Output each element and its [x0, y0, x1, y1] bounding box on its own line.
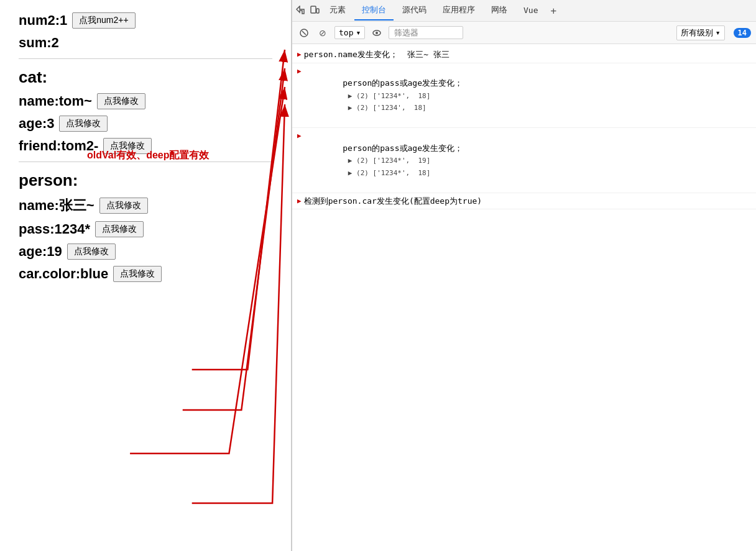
person-pass-button[interactable]: 点我修改 — [95, 221, 144, 237]
console-line-1: ▶ person.name发生变化； 张三~ 张三 — [292, 47, 756, 63]
cat-name-row: name:tom~ 点我修改 — [19, 93, 272, 109]
num2-label: num2:1 — [19, 12, 67, 29]
line4-text: 检测到person.car发生变化(配置deep为true) — [304, 195, 751, 207]
cat-age-label: age:3 — [19, 116, 54, 132]
person-pass-label: pass:1234* — [19, 221, 90, 237]
svg-rect-2 — [316, 9, 319, 13]
tab-network[interactable]: 网络 — [484, 1, 515, 20]
svg-rect-1 — [311, 6, 316, 13]
console-line-2: ▶ person的pass或age发生变化； ▶ (2) ['1234*', 1… — [292, 63, 756, 129]
line2-expand1[interactable]: ▶ (2) ['1234*', 18] — [344, 92, 435, 100]
tab-application[interactable]: 应用程序 — [435, 1, 482, 20]
devtools-tab-bar: 元素 控制台 源代码 应用程序 网络 Vue + — [292, 0, 756, 22]
svg-line-4 — [302, 31, 306, 35]
line3-indicator: ▶ — [297, 131, 302, 142]
sum-label: sum:2 — [19, 35, 59, 51]
inspect-icon[interactable] — [295, 4, 307, 17]
num2-row: num2:1 点我num2++ — [19, 12, 272, 29]
line3-expand2[interactable]: ▶ (2) ['1234*', 18] — [344, 169, 430, 177]
right-panel: 元素 控制台 源代码 应用程序 网络 Vue + ⊘ top ▾ — [292, 0, 756, 551]
divider-1 — [19, 58, 272, 59]
person-name-button[interactable]: 点我修改 — [99, 198, 148, 214]
cat-name-button[interactable]: 点我修改 — [97, 93, 145, 109]
annotation-text: oldVal有效、deep配置有效 — [87, 149, 209, 162]
num2-button[interactable]: 点我num2++ — [72, 12, 135, 29]
level-chevron-icon: ▾ — [716, 28, 721, 37]
context-selector[interactable]: top ▾ — [334, 26, 365, 39]
line3-text: person的pass或age发生变化； ▶ (2) ['1234*', 19]… — [304, 130, 751, 191]
block-icon[interactable]: ⊘ — [316, 26, 330, 40]
person-name-row: name:张三~ 点我修改 — [19, 196, 272, 215]
person-header: person: — [19, 171, 272, 190]
clear-console-button[interactable] — [297, 26, 311, 40]
context-label: top — [339, 28, 353, 37]
left-panel: num2:1 点我num2++ sum:2 cat: name:tom~ 点我修… — [0, 0, 292, 551]
tab-elements[interactable]: 元素 — [322, 1, 353, 20]
person-car-row: car.color:blue 点我修改 — [19, 266, 272, 282]
person-age-label: age:19 — [19, 244, 62, 260]
device-icon[interactable] — [308, 4, 321, 17]
line2-prefix: person的pass或age发生变化； — [343, 78, 463, 88]
person-car-label: car.color:blue — [19, 266, 108, 282]
level-selector[interactable]: 所有级别 ▾ — [676, 25, 725, 40]
cat-age-row: age:3 点我修改 — [19, 116, 272, 132]
svg-point-6 — [376, 32, 378, 34]
console-content: ▶ person.name发生变化； 张三~ 张三 ▶ person的pass或… — [292, 44, 756, 551]
console-line-3: ▶ person的pass或age发生变化； ▶ (2) ['1234*', 1… — [292, 128, 756, 193]
tab-add-icon[interactable]: + — [546, 5, 560, 17]
line4-indicator: ▶ — [297, 196, 302, 207]
line2-text: person的pass或age发生变化； ▶ (2) ['1234*', 18]… — [304, 65, 751, 126]
person-pass-row: pass:1234* 点我修改 — [19, 221, 272, 237]
tab-console[interactable]: 控制台 — [354, 1, 394, 20]
cat-age-button[interactable]: 点我修改 — [59, 116, 108, 132]
tab-sources[interactable]: 源代码 — [395, 1, 434, 20]
line1-indicator: ▶ — [297, 50, 302, 60]
eye-icon[interactable] — [370, 26, 384, 40]
level-label: 所有级别 — [681, 27, 713, 39]
cat-name-label: name:tom~ — [19, 93, 92, 109]
person-age-button[interactable]: 点我修改 — [67, 244, 116, 260]
cat-header: cat: — [19, 68, 272, 87]
line1-text: person.name发生变化； 张三~ 张三 — [304, 48, 751, 61]
line3-prefix: person的pass或age发生变化； — [343, 143, 463, 153]
line2-expand2[interactable]: ▶ (2) ['1234', 18] — [344, 104, 426, 112]
person-name-label: name:张三~ — [19, 196, 94, 215]
sum-row: sum:2 — [19, 35, 272, 51]
line3-expand1[interactable]: ▶ (2) ['1234*', 19] — [344, 157, 435, 165]
console-badge: 14 — [734, 28, 751, 38]
person-car-button[interactable]: 点我修改 — [113, 266, 162, 282]
person-age-row: age:19 点我修改 — [19, 244, 272, 260]
line2-indicator: ▶ — [297, 66, 302, 77]
filter-input[interactable] — [389, 26, 463, 39]
devtools-toolbar: ⊘ top ▾ 所有级别 ▾ 14 — [292, 22, 756, 44]
tab-vue[interactable]: Vue — [516, 2, 545, 20]
context-chevron-icon: ▾ — [356, 28, 361, 37]
console-line-4: ▶ 检测到person.car发生变化(配置deep为true) — [292, 193, 756, 210]
